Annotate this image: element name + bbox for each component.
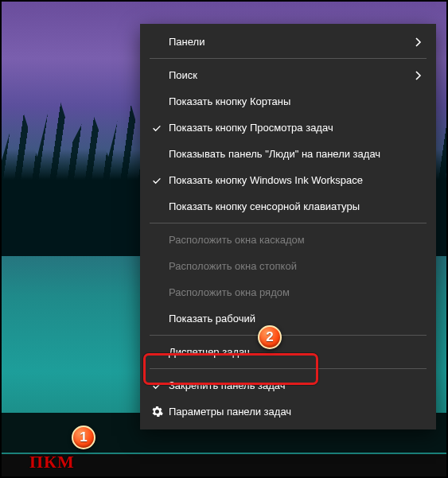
menu-item: Расположить окна рядом	[140, 279, 436, 305]
menu-separator	[150, 223, 427, 223]
menu-item[interactable]: Диспетчер задач	[140, 339, 436, 365]
chevron-right-icon	[412, 71, 425, 80]
menu-item-label: Показать кнопку Кортаны	[169, 95, 425, 107]
menu-item[interactable]: Закрепить панель задач	[140, 372, 436, 398]
menu-item[interactable]: Показать кнопку сенсорной клавиатуры	[140, 193, 436, 220]
menu-item-label: Показать кнопку Windows Ink Workspace	[169, 174, 425, 186]
menu-item-label: Параметры панели задач	[169, 406, 425, 418]
check-icon	[145, 122, 169, 134]
check-icon	[145, 380, 169, 391]
menu-item-label: Показать кнопку сенсорной клавиатуры	[169, 200, 425, 212]
menu-item-label: Поиск	[169, 69, 412, 81]
menu-item[interactable]: Панели	[140, 29, 436, 55]
menu-item[interactable]: Показать кнопку Просмотра задач	[140, 115, 436, 141]
menu-item-label: Расположить окна рядом	[169, 286, 425, 298]
menu-item-label: Диспетчер задач	[169, 346, 425, 358]
menu-item-label: Показывать панель "Люди" на панели задач	[169, 148, 425, 160]
menu-separator	[150, 368, 427, 369]
menu-item-label: Панели	[169, 36, 412, 48]
menu-item-label: Расположить окна каскадом	[169, 234, 425, 246]
menu-item[interactable]: Показывать панель "Люди" на панели задач	[140, 141, 436, 167]
menu-separator	[150, 335, 427, 336]
menu-item[interactable]: Параметры панели задач	[140, 398, 436, 425]
menu-item: Расположить окна стопкой	[140, 253, 436, 279]
menu-item: Расположить окна каскадом	[140, 227, 436, 253]
menu-item[interactable]: Показать рабочий	[140, 305, 436, 332]
menu-item-label: Расположить окна стопкой	[169, 260, 425, 272]
menu-item-label: Показать кнопку Просмотра задач	[169, 122, 425, 134]
step-badge-2: 2	[258, 325, 282, 349]
taskbar-context-menu: ПанелиПоискПоказать кнопку КортаныПоказа…	[140, 24, 436, 429]
menu-item[interactable]: Показать кнопку Кортаны	[140, 88, 436, 115]
check-icon	[145, 175, 169, 186]
right-click-label: ПКМ	[29, 452, 75, 472]
menu-item[interactable]: Показать кнопку Windows Ink Workspace	[140, 167, 436, 193]
chevron-right-icon	[412, 37, 425, 47]
menu-item-label: Показать рабочий	[169, 313, 425, 324]
menu-separator	[150, 58, 427, 59]
gear-icon	[145, 406, 169, 418]
menu-item[interactable]: Поиск	[140, 62, 436, 88]
menu-item-label: Закрепить панель задач	[169, 379, 425, 391]
step-badge-1: 1	[72, 426, 95, 449]
